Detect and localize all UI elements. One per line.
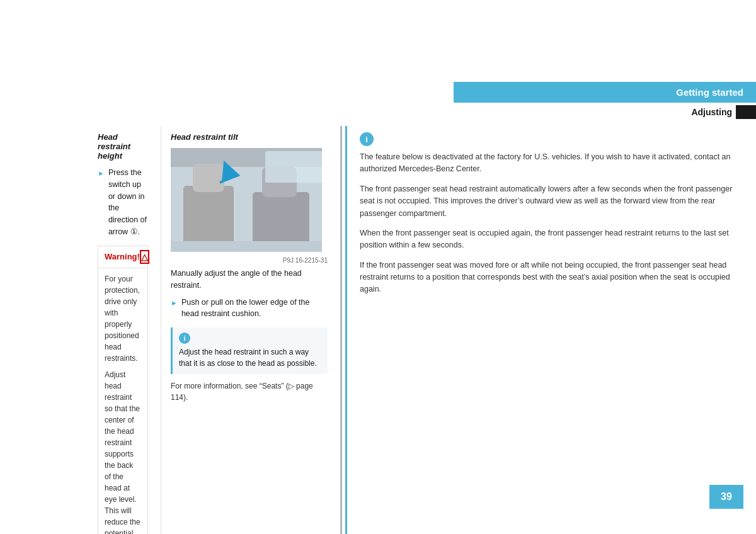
middle-info-text: Adjust the head restraint in such a way …	[179, 346, 321, 369]
column-divider	[340, 126, 342, 534]
getting-started-label: Getting started	[676, 87, 743, 98]
head-restraint-image	[171, 148, 322, 252]
svg-rect-6	[265, 151, 322, 183]
getting-started-bar: Getting started	[454, 82, 756, 103]
left-bullet-item: ► Press the switch up or down in the dir…	[98, 167, 148, 238]
warning-para-2: Adjust head restraint so that the center…	[105, 369, 141, 535]
right-column: i The feature below is deactivated at th…	[345, 126, 756, 534]
header-section: Getting started Adjusting	[454, 82, 756, 122]
middle-bullet-text: Push or pull on the lower edge of the he…	[181, 297, 328, 321]
left-column: Head restraint height ► Press the switch…	[0, 126, 161, 534]
warning-para-1: For your protection, drive only with pro…	[105, 273, 141, 364]
right-info-icon: i	[360, 132, 374, 146]
warning-body: For your protection, drive only with pro…	[98, 268, 147, 535]
middle-section-title: Head restraint tilt	[171, 132, 328, 142]
svg-rect-4	[253, 192, 309, 249]
right-paragraph-1: The front passenger seat head restraint …	[360, 183, 743, 220]
middle-column: Head restraint tilt	[161, 126, 337, 534]
svg-rect-3	[193, 164, 224, 192]
warning-header: Warning! △	[98, 246, 147, 268]
warning-box: Warning! △ For your protection, drive on…	[98, 246, 148, 535]
bullet-arrow-icon: ►	[98, 168, 105, 179]
middle-bullet-item: ► Push or pull on the lower edge of the …	[171, 297, 328, 321]
middle-info-box: i Adjust the head restraint in such a wa…	[171, 327, 328, 374]
left-bullet-text: Press the switch up or down in the direc…	[108, 167, 148, 238]
page-number: 39	[709, 485, 743, 509]
svg-rect-7	[171, 241, 322, 252]
image-caption: P9J 16-2215-31	[171, 257, 328, 264]
warning-triangle-icon: △	[140, 250, 149, 264]
right-paragraph-2: When the front passenger seat is occupie…	[360, 227, 743, 252]
main-content: Head restraint height ► Press the switch…	[0, 126, 756, 534]
black-square-icon	[736, 105, 756, 119]
warning-label: Warning!	[105, 252, 140, 261]
middle-more-info: For more information, see “Seats” (▷ pag…	[171, 380, 328, 403]
middle-bullet-arrow-icon: ►	[171, 298, 178, 309]
left-section-title: Head restraint height	[98, 132, 148, 161]
deactivated-notice: The feature below is deactivated at the …	[360, 151, 743, 176]
svg-rect-2	[183, 186, 234, 249]
right-paragraph-3: If the front passenger seat was moved fo…	[360, 259, 743, 296]
adjusting-label: Adjusting	[691, 107, 736, 117]
middle-intro-text: Manually adjust the angle of the head re…	[171, 268, 328, 292]
adjusting-bar: Adjusting	[454, 103, 756, 122]
middle-info-icon: i	[179, 332, 190, 344]
